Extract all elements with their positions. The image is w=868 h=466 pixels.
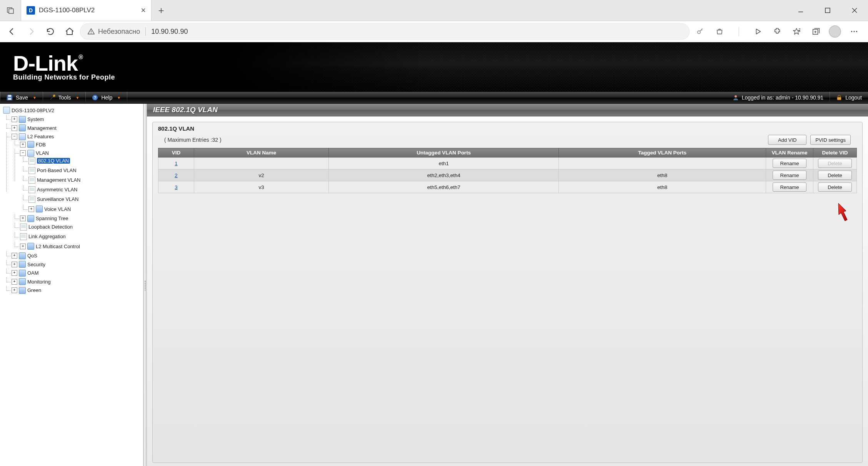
extensions-icon[interactable]: [768, 23, 786, 40]
rename-button[interactable]: Rename: [773, 182, 806, 192]
browser-tab[interactable]: D DGS-1100-08PLV2 ×: [21, 0, 152, 21]
tree-vlan-port[interactable]: Port-Based VLAN: [28, 167, 77, 174]
delete-button[interactable]: Delete: [818, 171, 852, 180]
vid-link[interactable]: 2: [175, 172, 178, 178]
tab-close-button[interactable]: ×: [141, 6, 146, 15]
tree-oam[interactable]: +OAM: [12, 270, 39, 277]
menu-tools[interactable]: Tools ▼: [43, 92, 86, 103]
shopping-icon[interactable]: [710, 23, 729, 40]
rename-button[interactable]: Rename: [773, 171, 806, 180]
tree-lag[interactable]: Link Aggregation: [20, 233, 66, 240]
nav-back-button[interactable]: [3, 23, 21, 40]
vid-link[interactable]: 3: [175, 184, 178, 190]
url-text: 10.90.90.90: [151, 28, 188, 36]
add-vid-button[interactable]: Add VID: [768, 135, 806, 145]
new-tab-button[interactable]: +: [152, 0, 171, 21]
collapse-icon[interactable]: −: [20, 150, 26, 156]
page-icon: [28, 177, 35, 184]
tree-vlan-mgmt[interactable]: Management VLAN: [28, 177, 80, 184]
tree-l2-features[interactable]: −L2 Features: [12, 133, 54, 140]
logout-button[interactable]: Logout: [830, 92, 868, 103]
expand-icon[interactable]: +: [20, 142, 26, 148]
expand-icon[interactable]: +: [12, 270, 17, 276]
logout-label: Logout: [845, 95, 862, 101]
rename-button[interactable]: Rename: [773, 159, 806, 168]
tree-qos[interactable]: +QoS: [12, 252, 37, 259]
help-icon: ?: [92, 95, 98, 101]
tree-fdb[interactable]: +FDB: [20, 141, 46, 148]
browser-toolbar: Небезопасно 10.90.90.90: [0, 21, 868, 42]
tree-root[interactable]: DGS-1100-08PLV2: [3, 107, 54, 114]
svg-rect-21: [8, 98, 11, 100]
tree-l2mc[interactable]: +L2 Multicast Control: [20, 243, 80, 250]
folder-icon: [19, 287, 26, 294]
tree-management[interactable]: +Management: [12, 124, 57, 131]
delete-button[interactable]: Delete: [818, 182, 852, 192]
vid-link[interactable]: 1: [175, 161, 178, 166]
nav-home-button[interactable]: [61, 23, 78, 40]
expand-icon[interactable]: +: [20, 244, 26, 249]
splitter-handle[interactable]: [143, 104, 147, 466]
nav-refresh-button[interactable]: [42, 23, 59, 40]
profile-button[interactable]: [826, 23, 844, 40]
th-vid: VID: [158, 148, 194, 158]
tree-green[interactable]: +Green: [12, 287, 41, 294]
menu-help[interactable]: ? Help ▼: [86, 92, 127, 103]
window-close-button[interactable]: [841, 0, 868, 21]
nav-forward-button[interactable]: [22, 23, 40, 40]
tree-label: Link Aggregation: [28, 234, 66, 239]
play-icon[interactable]: [749, 23, 767, 40]
tab-actions-button[interactable]: [0, 0, 21, 21]
folder-icon: [19, 124, 26, 131]
table-row: 2v2eth2,eth3,eth4eth8RenameDelete: [158, 169, 857, 181]
tree-stp[interactable]: +Spanning Tree: [20, 215, 68, 222]
tree-vlan-asym[interactable]: Asymmetric VLAN: [28, 186, 77, 193]
expand-icon[interactable]: +: [12, 125, 17, 131]
tree-label: Asymmetric VLAN: [37, 187, 77, 192]
pvid-settings-button[interactable]: PVID settings: [810, 135, 851, 145]
expand-icon[interactable]: +: [12, 253, 17, 259]
warning-icon: [87, 28, 95, 35]
avatar-icon: [829, 25, 841, 38]
security-indicator[interactable]: Небезопасно: [87, 28, 140, 36]
tree-vlan[interactable]: −VLAN: [20, 150, 49, 157]
collections-icon[interactable]: [806, 23, 825, 40]
tab-title: DGS-1100-08PLV2: [39, 7, 95, 14]
more-menu-button[interactable]: [845, 23, 863, 40]
expand-icon[interactable]: +: [20, 216, 26, 221]
tree-vlan-8021q[interactable]: 802.1Q VLAN: [28, 158, 70, 164]
address-bar[interactable]: Небезопасно 10.90.90.90: [80, 23, 690, 40]
folder-open-icon: [19, 133, 26, 140]
favicon-icon: D: [27, 6, 35, 15]
expand-icon[interactable]: +: [12, 116, 17, 122]
menu-tools-label: Tools: [58, 95, 71, 101]
expand-icon[interactable]: +: [12, 262, 17, 267]
favorites-icon[interactable]: [787, 23, 806, 40]
page-icon: [28, 158, 35, 164]
tree-system[interactable]: +System: [12, 116, 44, 123]
tree-label: VLAN: [36, 150, 49, 156]
tree-vlan-surv[interactable]: Surveillance VLAN: [28, 196, 78, 203]
collapse-icon[interactable]: −: [12, 134, 17, 139]
password-key-icon[interactable]: [691, 23, 710, 40]
folder-icon: [19, 252, 26, 259]
window-minimize-button[interactable]: [787, 0, 814, 21]
menu-save[interactable]: Save ▼: [0, 92, 43, 103]
navigation-tree[interactable]: DGS-1100-08PLV2 +System +Management −L2 …: [0, 104, 143, 466]
expand-icon[interactable]: +: [28, 206, 34, 212]
cell-tagged: [559, 158, 766, 169]
folder-icon: [19, 116, 26, 123]
expand-icon[interactable]: +: [12, 287, 17, 293]
tree-label: L2 Features: [27, 134, 54, 139]
expand-icon[interactable]: +: [12, 279, 17, 285]
delete-button: Delete: [818, 159, 852, 168]
svg-text:?: ?: [94, 95, 97, 100]
tree-security[interactable]: +Security: [12, 261, 45, 268]
window-maximize-button[interactable]: [814, 0, 841, 21]
tree-label: Management: [27, 125, 57, 131]
tree-vlan-voice[interactable]: +Voice VLAN: [28, 206, 71, 212]
tree-label: Monitoring: [27, 279, 51, 285]
tree-label: Voice VLAN: [44, 206, 71, 212]
tree-loopback[interactable]: Loopback Detection: [20, 224, 73, 231]
tree-monitoring[interactable]: +Monitoring: [12, 278, 51, 285]
